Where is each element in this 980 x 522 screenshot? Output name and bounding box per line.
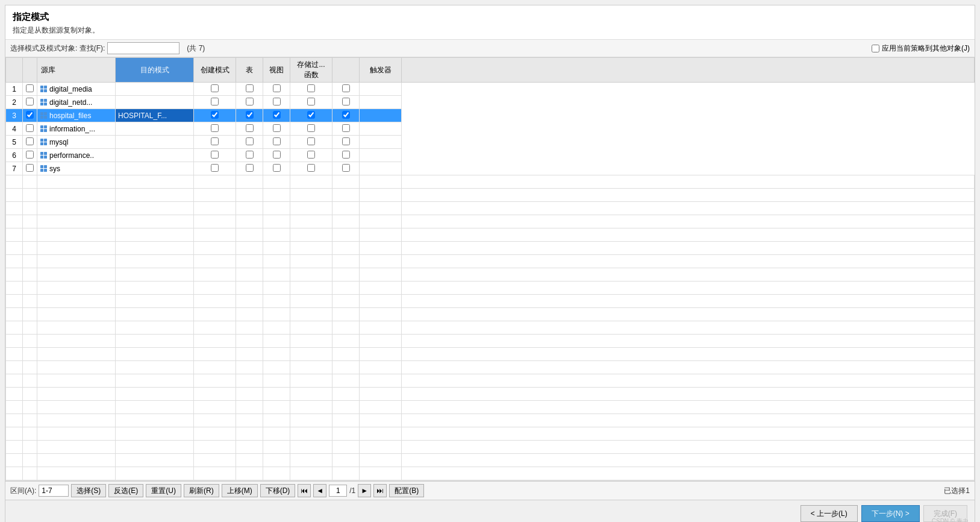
row-checkbox[interactable] <box>26 111 34 119</box>
table-row[interactable]: 4 information_... <box>6 122 975 136</box>
next-page-button[interactable]: ► <box>358 484 371 497</box>
row-table-checkbox[interactable] <box>246 98 254 105</box>
next-step-button[interactable]: 下一步(N) > <box>861 505 920 522</box>
move-down-button[interactable]: 下移(D) <box>260 484 296 497</box>
row-trigger[interactable] <box>332 109 360 122</box>
row-store[interactable] <box>290 96 332 109</box>
row-store-checkbox[interactable] <box>307 111 315 119</box>
table-row[interactable]: 7 sys <box>6 162 975 175</box>
row-trigger[interactable] <box>332 122 360 136</box>
select-button[interactable]: 选择(S) <box>71 484 106 497</box>
prev-step-button[interactable]: < 上一步(L) <box>801 505 858 522</box>
row-create[interactable] <box>194 136 236 149</box>
row-view-checkbox[interactable] <box>273 98 281 105</box>
row-store[interactable] <box>290 162 332 175</box>
row-create-checkbox[interactable] <box>211 98 219 105</box>
row-view[interactable] <box>263 83 290 96</box>
row-view-checkbox[interactable] <box>273 164 281 172</box>
row-store[interactable] <box>290 83 332 96</box>
row-view-checkbox[interactable] <box>273 84 281 92</box>
table-row[interactable]: 1 digital_media <box>6 83 975 96</box>
row-view-checkbox[interactable] <box>273 124 281 132</box>
row-create[interactable] <box>194 109 236 122</box>
row-checkbox-cell[interactable] <box>23 122 37 136</box>
row-store-checkbox[interactable] <box>307 98 315 105</box>
row-trigger[interactable] <box>332 83 360 96</box>
row-store-checkbox[interactable] <box>307 137 315 145</box>
row-trigger-checkbox[interactable] <box>342 137 350 145</box>
row-view[interactable] <box>263 96 290 109</box>
row-trigger[interactable] <box>332 136 360 149</box>
row-table[interactable] <box>236 83 263 96</box>
row-store[interactable] <box>290 122 332 136</box>
row-trigger[interactable] <box>332 149 360 162</box>
row-table[interactable] <box>236 136 263 149</box>
table-row[interactable]: 2 digital_netd... <box>6 96 975 109</box>
table-row[interactable]: 5 mysql <box>6 136 975 149</box>
row-create-checkbox[interactable] <box>211 151 219 159</box>
last-page-button[interactable]: ⏭ <box>373 484 387 497</box>
row-checkbox[interactable] <box>26 98 34 105</box>
row-create-checkbox[interactable] <box>211 164 219 172</box>
row-view[interactable] <box>263 162 290 175</box>
row-table[interactable] <box>236 162 263 175</box>
row-store-checkbox[interactable] <box>307 84 315 92</box>
row-table-checkbox[interactable] <box>246 164 254 172</box>
row-table-checkbox[interactable] <box>246 84 254 92</box>
row-checkbox-cell[interactable] <box>23 136 37 149</box>
range-input[interactable] <box>39 485 69 497</box>
row-trigger-checkbox[interactable] <box>342 164 350 172</box>
row-view-checkbox[interactable] <box>273 137 281 145</box>
row-create-checkbox[interactable] <box>211 137 219 145</box>
row-checkbox[interactable] <box>26 151 34 159</box>
prev-page-button[interactable]: ◄ <box>313 484 326 497</box>
page-input[interactable] <box>329 485 347 497</box>
row-table[interactable] <box>236 149 263 162</box>
row-checkbox[interactable] <box>26 164 34 172</box>
row-view[interactable] <box>263 149 290 162</box>
row-create[interactable] <box>194 83 236 96</box>
row-store[interactable] <box>290 109 332 122</box>
row-checkbox-cell[interactable] <box>23 96 37 109</box>
move-up-button[interactable]: 上移(M) <box>222 484 258 497</box>
row-checkbox[interactable] <box>26 124 34 132</box>
row-create-checkbox[interactable] <box>211 84 219 92</box>
row-view[interactable] <box>263 109 290 122</box>
row-create[interactable] <box>194 162 236 175</box>
row-trigger-checkbox[interactable] <box>342 84 350 92</box>
row-table[interactable] <box>236 109 263 122</box>
table-row[interactable]: 3 hospital_filesHOSPITAL_F... <box>6 109 975 122</box>
table-row[interactable]: 6 performance.. <box>6 149 975 162</box>
refresh-button[interactable]: 刷新(R) <box>184 484 219 497</box>
row-store-checkbox[interactable] <box>307 164 315 172</box>
row-table[interactable] <box>236 96 263 109</box>
row-store[interactable] <box>290 149 332 162</box>
reset-button[interactable]: 重置(U) <box>146 484 181 497</box>
row-trigger[interactable] <box>332 96 360 109</box>
config-button[interactable]: 配置(B) <box>389 484 424 497</box>
row-trigger-checkbox[interactable] <box>342 98 350 105</box>
row-create[interactable] <box>194 122 236 136</box>
row-checkbox-cell[interactable] <box>23 83 37 96</box>
row-table[interactable] <box>236 122 263 136</box>
apply-checkbox-label[interactable]: 应用当前策略到其他对象(J) <box>872 43 970 54</box>
row-checkbox-cell[interactable] <box>23 149 37 162</box>
row-store[interactable] <box>290 136 332 149</box>
row-checkbox-cell[interactable] <box>23 109 37 122</box>
row-table-checkbox[interactable] <box>246 151 254 159</box>
row-table-checkbox[interactable] <box>246 111 254 119</box>
row-view-checkbox[interactable] <box>273 111 281 119</box>
row-view[interactable] <box>263 136 290 149</box>
apply-checkbox[interactable] <box>872 45 879 52</box>
row-create[interactable] <box>194 96 236 109</box>
row-checkbox[interactable] <box>26 84 34 92</box>
row-checkbox[interactable] <box>26 137 34 145</box>
row-table-checkbox[interactable] <box>246 124 254 132</box>
row-create-checkbox[interactable] <box>211 124 219 132</box>
row-view-checkbox[interactable] <box>273 151 281 159</box>
row-trigger-checkbox[interactable] <box>342 111 350 119</box>
row-table-checkbox[interactable] <box>246 137 254 145</box>
row-trigger-checkbox[interactable] <box>342 151 350 159</box>
row-trigger[interactable] <box>332 162 360 175</box>
deselect-button[interactable]: 反选(E) <box>108 484 143 497</box>
